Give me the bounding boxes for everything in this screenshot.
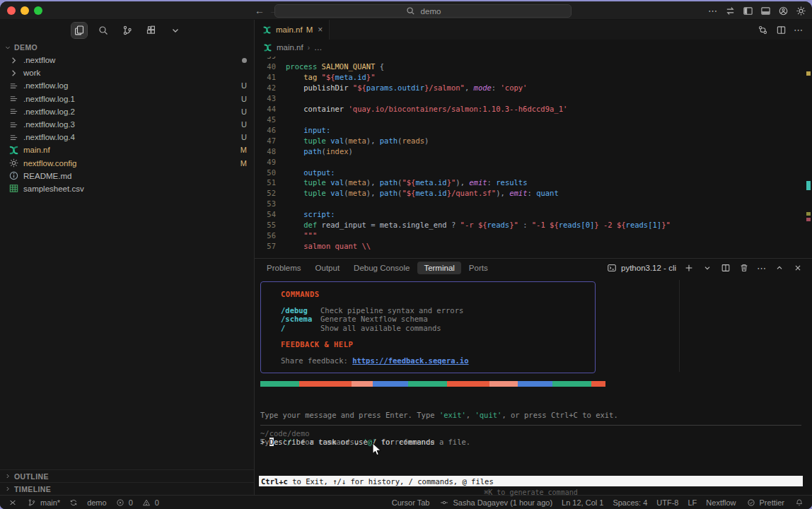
status-item-0[interactable]: 0: [141, 497, 159, 508]
code-line-47: 47 tuple val(meta), path(reads): [255, 136, 812, 146]
file-name: work: [23, 69, 40, 77]
chevron-right-icon: [8, 68, 19, 78]
feedback-link[interactable]: https://feedback.seqera.io: [352, 356, 468, 365]
status-item-utf-8[interactable]: UTF-8: [656, 498, 678, 507]
status-item-ln-12-col-1[interactable]: Ln 12, Col 1: [562, 498, 603, 507]
status-item-bell[interactable]: [794, 497, 805, 508]
file-row-.nextflow.log.3[interactable]: .nextflow.log.3U: [0, 118, 254, 131]
panel-tab-debug-console[interactable]: Debug Console: [347, 262, 416, 274]
panel-more-actions-icon[interactable]: ⋯: [757, 263, 767, 274]
search-text: demo: [421, 7, 441, 16]
explorer-files-icon[interactable]: [71, 23, 87, 38]
split-editor-icon[interactable]: [775, 24, 787, 35]
file-row-nextflow.config[interactable]: nextflow.configM: [0, 157, 254, 170]
gradient-segment: [373, 381, 408, 387]
status-item-remote[interactable]: [7, 497, 18, 508]
panel-tab-terminal[interactable]: Terminal: [417, 262, 460, 274]
source-control-icon[interactable]: [120, 23, 135, 38]
status-item-spaces-4[interactable]: Spaces: 4: [613, 498, 647, 507]
nextflow-icon: [261, 24, 272, 35]
tab-label: main.nf: [276, 25, 303, 34]
code-line-52: 52 tuple val(meta), path("${meta.id}/qua…: [255, 188, 812, 199]
status-bar: main*demo00 Cursor TabSasha Dagayev (1 h…: [0, 495, 812, 509]
account-icon[interactable]: [777, 5, 789, 16]
terminal-shell-label[interactable]: python3.12 - cli: [606, 262, 676, 274]
timeline-section[interactable]: TIMELINE: [0, 482, 254, 495]
search-view-icon[interactable]: [95, 23, 111, 38]
code-line-55: 55 def read_input = meta.single_end ? "-…: [255, 220, 812, 230]
file-row-main.nf[interactable]: main.nfM: [0, 144, 254, 156]
status-item-0[interactable]: 0: [115, 497, 133, 508]
zoom-window-button[interactable]: [34, 6, 42, 15]
terminal-view[interactable]: COMMANDS /debugCheck pipeline syntax and…: [255, 277, 812, 495]
code-editor[interactable]: 3940process SALMON_QUANT {41 tag "${meta…: [255, 55, 812, 258]
close-panel-icon[interactable]: [792, 262, 804, 274]
status-item-lf[interactable]: LF: [688, 498, 697, 507]
swap-arrows-icon[interactable]: [724, 5, 736, 16]
status-item-cursor-tab[interactable]: Cursor Tab: [392, 498, 430, 507]
panel-tab-problems[interactable]: Problems: [260, 262, 308, 274]
code-line-50: 50 output:: [255, 168, 812, 178]
file-row-samplesheet.csv[interactable]: samplesheet.csv: [0, 182, 254, 195]
extensions-icon[interactable]: [144, 23, 159, 38]
status-item-demo[interactable]: demo: [87, 498, 107, 507]
outline-section[interactable]: OUTLINE: [0, 469, 254, 482]
log-icon: [8, 93, 19, 104]
folder-row-.nextflow[interactable]: .nextflow: [0, 54, 254, 66]
minimize-window-button[interactable]: [21, 6, 29, 15]
mouse-cursor: [372, 443, 382, 457]
split-terminal-icon[interactable]: [720, 262, 731, 274]
compare-changes-icon[interactable]: [757, 24, 768, 35]
code-line-57: 57 salmon quant \\: [255, 241, 812, 252]
editor-more-actions-icon[interactable]: ⋯: [794, 25, 804, 35]
git-status-badge: U: [241, 95, 247, 103]
file-row-README.md[interactable]: README.md: [0, 170, 254, 182]
log-icon: [8, 81, 19, 91]
new-terminal-icon[interactable]: [683, 262, 695, 274]
terminal-prompt[interactable]: > Describe a task or use / for commands: [260, 438, 435, 446]
file-row-.nextflow.log[interactable]: .nextflow.logU: [0, 79, 254, 92]
more-actions-icon[interactable]: ⋯: [708, 6, 718, 16]
traffic-lights: [7, 6, 42, 15]
status-item-nextflow[interactable]: Nextflow: [706, 498, 736, 507]
folder-row-work[interactable]: work: [0, 66, 254, 79]
gradient-segment: [518, 381, 553, 387]
breadcrumb-separator: ›: [308, 44, 310, 52]
outline-label: OUTLINE: [14, 472, 49, 481]
code-line-56: 56 """: [255, 230, 812, 241]
panel-tab-ports[interactable]: Ports: [463, 262, 494, 274]
code-line-41: 41 tag "${meta.id}": [255, 72, 812, 83]
log-icon: [8, 119, 19, 130]
info-icon: [8, 170, 19, 181]
status-item-main[interactable]: main*: [26, 497, 60, 508]
settings-gear-icon[interactable]: [795, 5, 806, 16]
sidebar-explorer: DEMO .nextflowwork.nextflow.logU.nextflo…: [0, 20, 255, 495]
chevron-down-icon[interactable]: [168, 23, 183, 38]
status-item-sasha-dagayev-1-hour-ago[interactable]: Sasha Dagayev (1 hour ago): [439, 497, 552, 508]
chevron-right-icon: [8, 55, 19, 66]
breadcrumb-symbol[interactable]: …: [314, 43, 323, 52]
breadcrumb-file[interactable]: main.nf: [277, 43, 303, 52]
maximize-panel-icon[interactable]: [774, 262, 785, 274]
file-row-.nextflow.log.4[interactable]: .nextflow.log.4U: [0, 131, 254, 144]
terminal-profile-icon[interactable]: [702, 262, 713, 274]
tab-close-icon[interactable]: ×: [318, 25, 323, 35]
footer-ctrlc: Ctrl+c: [261, 477, 288, 486]
file-row-.nextflow.log.2[interactable]: .nextflow.log.2U: [0, 105, 254, 118]
status-item-sync[interactable]: [68, 497, 79, 508]
code-line-49: 49: [255, 157, 812, 168]
tab-main-nf[interactable]: main.nf M ×: [255, 20, 330, 40]
command-center-search[interactable]: demo: [274, 4, 572, 18]
breadcrumb[interactable]: main.nf › …: [255, 40, 812, 55]
git-status-badge: U: [241, 81, 247, 90]
close-window-button[interactable]: [7, 6, 16, 15]
status-item-prettier[interactable]: Prettier: [746, 497, 784, 508]
back-arrow-icon[interactable]: ←: [255, 5, 265, 16]
explorer-section-header[interactable]: DEMO: [0, 41, 254, 54]
kill-terminal-icon[interactable]: [738, 262, 750, 274]
layout-panel-icon[interactable]: [760, 5, 771, 16]
file-row-.nextflow.log.1[interactable]: .nextflow.log.1U: [0, 93, 254, 105]
panel-tab-output[interactable]: Output: [309, 262, 347, 274]
layout-sidebar-icon[interactable]: [742, 5, 753, 16]
command-help-row: /Show all available commands: [281, 324, 595, 332]
